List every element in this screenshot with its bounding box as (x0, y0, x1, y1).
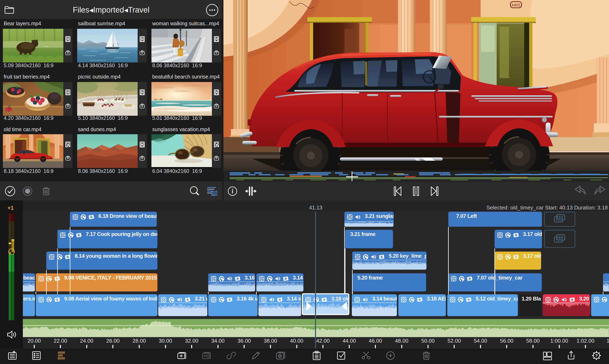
svg-text:?: ? (595, 353, 598, 358)
svg-text:2064: 2064 (512, 3, 520, 7)
